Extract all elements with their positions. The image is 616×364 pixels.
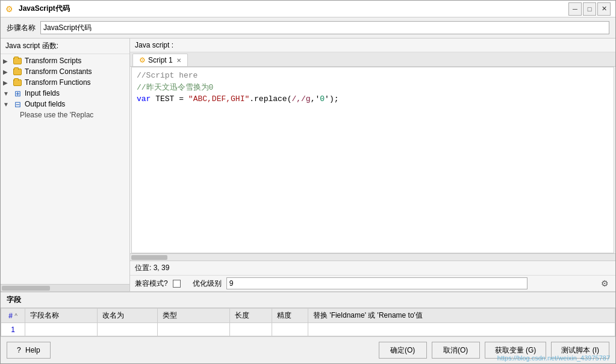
col-num-label: # xyxy=(8,312,13,320)
col-header-num: # ^ xyxy=(1,309,25,323)
step-name-input[interactable] xyxy=(40,21,609,34)
script-tab-icon: ⚙ xyxy=(139,56,146,64)
left-panel: Java script 函数: ▶ Transform Scripts ▶ Tr… xyxy=(1,39,130,291)
left-panel-scrollbar[interactable] xyxy=(1,284,129,291)
tree-arrow-constants: ▶ xyxy=(3,69,11,75)
cell-rename xyxy=(98,323,158,336)
output-fields-icon: ⊟ xyxy=(13,100,22,108)
tree-arrow-scripts: ▶ xyxy=(3,58,11,64)
script-tabs: ⚙ Script 1 ✕ xyxy=(130,52,615,67)
table-header-row: # ^ 字段名称 改名为 类型 长度 精度 替换 'Fieldname' 或 '… xyxy=(1,309,615,323)
scrollbar-thumb-h xyxy=(131,255,167,260)
compat-row: 兼容模式? 优化级别 ⚙ xyxy=(130,275,615,291)
cell-precision xyxy=(272,323,308,336)
help-icon: ? xyxy=(17,346,21,354)
script-tab-label: Script 1 xyxy=(148,56,173,64)
tree-item-transform-scripts[interactable]: ▶ Transform Scripts xyxy=(1,55,129,66)
input-fields-icon: ⊞ xyxy=(13,89,22,97)
code-line-3: var TEST = "ABC,DEF,GHI".replace(/,/g,'0… xyxy=(137,93,609,105)
compat-mode-checkbox[interactable] xyxy=(173,280,181,288)
confirm-button[interactable]: 确定(O) xyxy=(379,342,427,359)
minimize-button[interactable]: ─ xyxy=(568,2,582,16)
tree-item-input-fields[interactable]: ▼ ⊞ Input fields xyxy=(1,88,129,99)
help-button-label: Help xyxy=(25,346,40,354)
folder-icon-scripts xyxy=(13,57,22,65)
watermark: https://blog.csdn.net/weixin_43975787 xyxy=(497,354,610,362)
script-tab-close[interactable]: ✕ xyxy=(176,57,181,64)
help-button[interactable]: ? Help xyxy=(7,342,51,359)
maximize-button[interactable]: □ xyxy=(583,2,596,16)
window-title: JavaScript代码 xyxy=(19,4,568,14)
tree-item-transform-constants[interactable]: ▶ Transform Constants xyxy=(1,66,129,77)
col-header-rename: 改名为 xyxy=(98,309,158,323)
folder-icon-constants xyxy=(13,67,22,76)
window-icon: ⚙ xyxy=(5,4,15,14)
right-panel: Java script : ⚙ Script 1 ✕ //Script here… xyxy=(130,39,615,291)
fields-header: 字段 xyxy=(1,292,615,307)
title-bar-buttons: ─ □ ✕ xyxy=(568,2,611,16)
sort-arrow-num: ^ xyxy=(14,313,17,319)
title-bar: ⚙ JavaScript代码 ─ □ ✕ xyxy=(1,1,615,17)
tree-arrow-output: ▼ xyxy=(3,101,11,108)
cell-type xyxy=(158,323,230,336)
optimization-label: 优化级别 xyxy=(193,279,222,289)
tree-label-constants: Transform Constants xyxy=(25,67,92,76)
cell-name xyxy=(25,323,98,336)
tree-label-functions: Transform Functions xyxy=(25,78,91,87)
cell-length xyxy=(230,323,272,336)
tree-arrow-functions: ▶ xyxy=(3,79,11,86)
code-line-2: //昨天文迅令雪换为0 xyxy=(137,82,609,94)
main-content: Java script 函数: ▶ Transform Scripts ▶ Tr… xyxy=(1,38,615,291)
step-name-row: 步骤名称 xyxy=(1,17,615,38)
main-window: ⚙ JavaScript代码 ─ □ ✕ 步骤名称 Java script 函数… xyxy=(0,0,616,364)
tree-label-input-fields: Input fields xyxy=(25,89,60,97)
right-panel-header: Java script : xyxy=(130,39,615,52)
col-header-length: 长度 xyxy=(230,309,272,323)
cell-replace xyxy=(308,323,615,336)
table-row: 1 xyxy=(1,323,615,336)
tree-child-output: Please use the 'Replac xyxy=(1,110,129,120)
code-editor[interactable]: //Script here //昨天文迅令雪换为0 var TEST = "AB… xyxy=(131,67,614,253)
code-scrollbar-horizontal[interactable] xyxy=(130,253,615,261)
tree-item-output-fields[interactable]: ▼ ⊟ Output fields xyxy=(1,99,129,110)
left-panel-tree: ▶ Transform Scripts ▶ Transform Constant… xyxy=(1,54,129,284)
col-header-precision: 精度 xyxy=(272,309,308,323)
tree-label-output-fields: Output fields xyxy=(25,100,65,108)
cursor-position: 位置: 3, 39 xyxy=(135,263,169,273)
step-name-label: 步骤名称 xyxy=(7,23,36,33)
col-header-replace: 替换 'Fieldname' 或 'Rename to'值 xyxy=(308,309,615,323)
col-header-type: 类型 xyxy=(158,309,230,323)
bottom-section: 字段 # ^ 字段名称 改名为 类型 长度 精度 替换 'Fieldname' … xyxy=(1,291,615,336)
compat-mode-label: 兼容模式? xyxy=(135,279,168,289)
cell-num: 1 xyxy=(1,323,25,336)
code-line-1: //Script here xyxy=(137,70,609,82)
left-panel-header: Java script 函数: xyxy=(1,39,129,54)
script-tab-1[interactable]: ⚙ Script 1 ✕ xyxy=(132,54,188,66)
tree-item-transform-functions[interactable]: ▶ Transform Functions xyxy=(1,77,129,88)
optimization-input[interactable] xyxy=(226,277,527,289)
col-header-name: 字段名称 xyxy=(25,309,98,323)
close-button[interactable]: ✕ xyxy=(597,2,611,16)
position-row: 位置: 3, 39 xyxy=(130,261,615,275)
cancel-button[interactable]: 取消(O) xyxy=(432,342,480,359)
gear-icon[interactable]: ⚙ xyxy=(599,277,611,289)
fields-table: # ^ 字段名称 改名为 类型 长度 精度 替换 'Fieldname' 或 '… xyxy=(1,308,615,336)
tree-arrow-input: ▼ xyxy=(3,90,11,97)
tree-label-scripts: Transform Scripts xyxy=(25,57,81,65)
folder-icon-functions xyxy=(13,78,22,87)
